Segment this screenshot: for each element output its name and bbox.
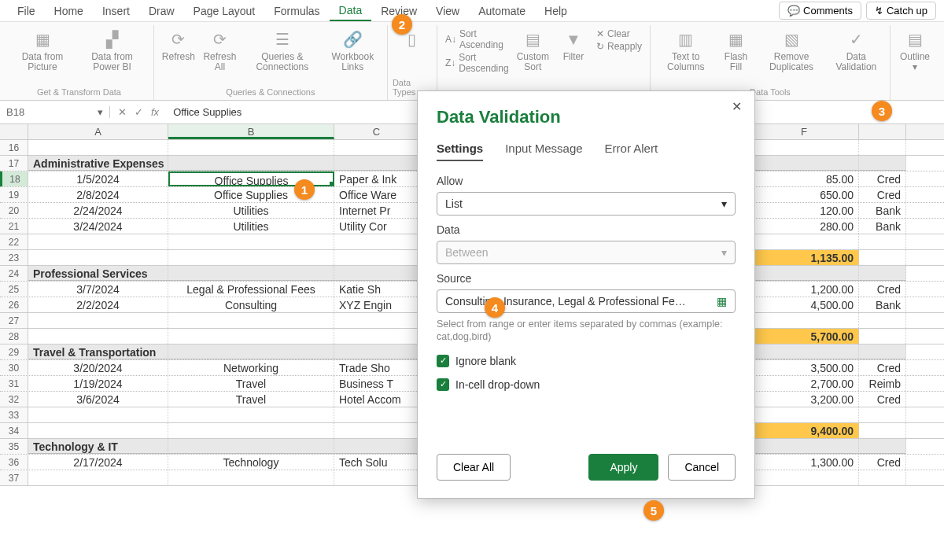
fx-icon[interactable]: fx	[151, 106, 159, 118]
refresh-all-button[interactable]: ⟳Refresh All	[198, 25, 242, 76]
menu-data[interactable]: Data	[330, 1, 372, 21]
refresh-button[interactable]: ⟳Refresh	[159, 25, 198, 65]
catchup-icon: ↯	[875, 5, 883, 17]
group-label-queries: Queries & Connections	[226, 86, 315, 100]
comment-icon: 💬	[787, 5, 800, 17]
col-header-c[interactable]: C	[334, 124, 419, 139]
source-hint: Select from range or enter items separat…	[437, 318, 736, 344]
catchup-button[interactable]: ↯Catch up	[866, 2, 936, 20]
menu-draw[interactable]: Draw	[139, 2, 184, 20]
data-select: Between▾	[437, 241, 736, 264]
row-header[interactable]: 18	[0, 171, 28, 186]
cell[interactable]: 85.00	[750, 171, 859, 186]
validation-icon: ✓	[845, 28, 867, 50]
menu-insert[interactable]: Insert	[93, 2, 139, 20]
text-to-columns-button[interactable]: ▥Text to Columns	[655, 25, 717, 76]
callout-5: 5	[643, 500, 664, 521]
col-header-b[interactable]: B	[168, 124, 334, 139]
outline-button[interactable]: ▤Outline▾	[895, 25, 935, 76]
group-label-datatools: Data Tools	[750, 86, 791, 100]
dialog-title: Data Validation	[437, 107, 736, 127]
callout-1: 1	[294, 179, 315, 200]
row-header[interactable]: 16	[0, 140, 28, 155]
total-value[interactable]: 1,135.00	[750, 250, 859, 265]
picture-icon: ▦	[31, 28, 53, 50]
ignore-blank-checkbox[interactable]: ✓	[437, 355, 449, 367]
menu-pagelayout[interactable]: Page Layout	[184, 2, 265, 20]
chevron-down-icon: ▾	[913, 61, 917, 72]
comments-button[interactable]: 💬Comments	[779, 2, 861, 20]
range-picker-icon[interactable]: ▦	[717, 295, 727, 308]
data-from-powerbi-button[interactable]: ▞Data from Power BI	[76, 25, 149, 76]
clear-icon: ✕	[596, 28, 604, 39]
confirm-formula-icon[interactable]: ✓	[135, 106, 143, 118]
tab-error-alert[interactable]: Error Alert	[605, 142, 658, 161]
refresh-all-icon: ⟳	[208, 28, 230, 50]
callout-2: 2	[392, 14, 412, 35]
col-header-a[interactable]: A	[28, 124, 168, 139]
cancel-button[interactable]: Cancel	[668, 454, 736, 481]
cell[interactable]: Cred	[859, 171, 906, 186]
tab-input-message[interactable]: Input Message	[505, 142, 582, 161]
name-box[interactable]: B18▾	[0, 106, 110, 118]
tab-settings[interactable]: Settings	[437, 142, 483, 161]
callout-3: 3	[872, 101, 892, 121]
custom-sort-button[interactable]: ▤Custom Sort	[512, 25, 554, 76]
menu-formulas[interactable]: Formulas	[264, 2, 329, 20]
incell-dropdown-checkbox[interactable]: ✓	[437, 378, 449, 391]
menu-file[interactable]: File	[8, 2, 45, 20]
ignore-blank-label: Ignore blank	[455, 355, 516, 367]
connections-icon: ☰	[271, 28, 293, 50]
row-header[interactable]: 17	[0, 156, 28, 171]
sort-desc-button[interactable]: Z↓Sort Descending	[445, 52, 509, 74]
section-tech[interactable]: Technology & IT	[28, 439, 168, 454]
removedup-icon: ▧	[780, 28, 802, 50]
section-prof[interactable]: Professional Services	[28, 266, 168, 281]
cell[interactable]: Paper & Ink	[334, 171, 419, 186]
allow-label: Allow	[437, 175, 736, 187]
links-icon: 🔗	[341, 28, 363, 50]
data-validation-dialog: ✕ Data Validation Settings Input Message…	[417, 90, 755, 499]
powerbi-icon: ▞	[101, 28, 123, 50]
sort-asc-button[interactable]: A↓Sort Ascending	[445, 28, 509, 50]
menu-automate[interactable]: Automate	[469, 2, 535, 20]
allow-select[interactable]: List▾	[437, 192, 736, 216]
menu-bar: File Home Insert Draw Page Layout Formul…	[0, 0, 944, 22]
col-header-f[interactable]: F	[750, 124, 859, 139]
queries-connections-button[interactable]: ☰Queries & Connections	[242, 25, 323, 76]
incell-dropdown-label: In-cell drop-down	[455, 378, 540, 391]
callout-4: 4	[485, 297, 505, 318]
menu-help[interactable]: Help	[535, 2, 577, 20]
chevron-down-icon: ▾	[98, 106, 103, 118]
section-admin[interactable]: Administrative Expenses	[28, 156, 168, 171]
cancel-formula-icon[interactable]: ✕	[118, 106, 127, 118]
group-label-get: Get & Transform Data	[37, 86, 121, 100]
select-all-corner[interactable]	[0, 124, 28, 139]
refresh-icon: ⟳	[168, 28, 190, 50]
reapply-button[interactable]: ↻Reapply	[596, 41, 642, 52]
sort-desc-icon: Z↓	[445, 57, 455, 68]
source-input[interactable]: Consulting, Insurance, Legal & Professio…	[437, 289, 736, 313]
chevron-down-icon: ▾	[721, 246, 727, 259]
clear-all-button[interactable]: Clear All	[437, 454, 511, 481]
apply-button[interactable]: Apply	[588, 454, 658, 481]
outline-icon: ▤	[904, 28, 926, 50]
remove-duplicates-button[interactable]: ▧Remove Duplicates	[756, 25, 828, 76]
reapply-icon: ↻	[596, 41, 604, 52]
sort-asc-icon: A↓	[445, 34, 456, 45]
close-icon[interactable]: ✕	[727, 98, 747, 116]
filter-button[interactable]: ▼Filter	[554, 25, 593, 65]
data-label: Data	[437, 223, 736, 236]
chevron-down-icon: ▾	[721, 197, 727, 210]
ribbon: ▦Data from Picture ▞Data from Power BI G…	[0, 22, 944, 101]
clear-button[interactable]: ✕Clear	[596, 28, 642, 39]
workbook-links-button[interactable]: 🔗Workbook Links	[323, 25, 382, 76]
source-label: Source	[437, 272, 736, 285]
flash-fill-button[interactable]: ▦Flash Fill	[717, 25, 756, 76]
section-travel[interactable]: Travel & Transportation	[28, 344, 168, 359]
data-validation-button[interactable]: ✓Data Validation	[828, 25, 885, 76]
data-from-picture-button[interactable]: ▦Data from Picture	[9, 25, 76, 76]
cell[interactable]: 1/5/2024	[28, 171, 168, 186]
menu-home[interactable]: Home	[45, 2, 93, 20]
menu-view[interactable]: View	[426, 2, 469, 20]
